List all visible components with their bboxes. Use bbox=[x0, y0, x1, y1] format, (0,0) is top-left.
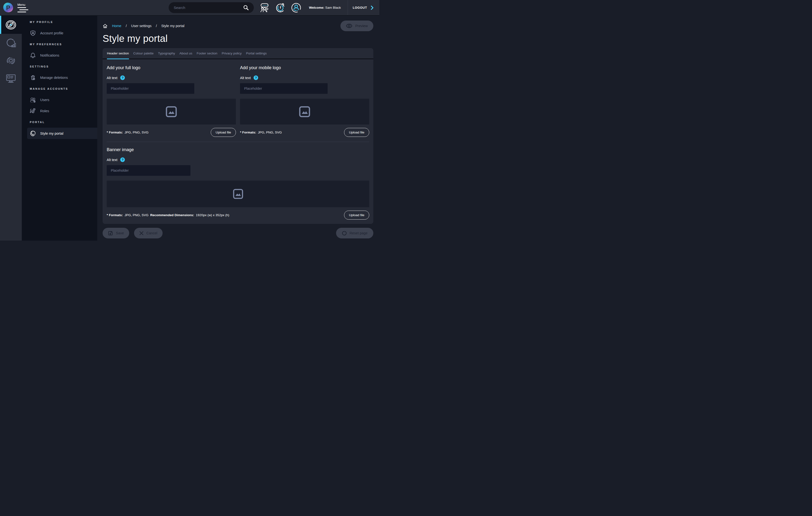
image-placeholder-icon bbox=[233, 189, 243, 199]
search-icon[interactable] bbox=[243, 5, 249, 10]
tab-panel-header-section: Add your full logo Alt text ? bbox=[103, 65, 373, 219]
full-logo-alt-input[interactable] bbox=[107, 83, 194, 94]
full-logo-title: Add your full logo bbox=[107, 65, 236, 70]
breadcrumb: Home / User settings / Style my portal bbox=[103, 24, 184, 29]
tab-about-us[interactable]: About us bbox=[179, 48, 192, 59]
sidebar-header-my-profile: MY PROFILE bbox=[22, 17, 97, 28]
full-logo-dropzone[interactable] bbox=[107, 99, 236, 124]
section-divider bbox=[107, 142, 369, 142]
pie-chart-icon bbox=[5, 37, 17, 48]
help-icon[interactable]: ? bbox=[120, 157, 125, 162]
formats-label: * Formats: bbox=[107, 213, 123, 217]
topbar-divider bbox=[348, 0, 348, 15]
hamburger-icon bbox=[18, 7, 28, 12]
save-label: Save bbox=[116, 231, 124, 235]
sidebar: MY PROFILE Account profile MY PREFERNCES… bbox=[22, 16, 97, 241]
sidebar-item-manage-deletions[interactable]: Manage deletions bbox=[22, 72, 97, 83]
sidebar-header-my-preferences: MY PREFERNCES bbox=[22, 39, 97, 50]
full-logo-section: Add your full logo Alt text ? bbox=[107, 65, 236, 137]
tab-typography[interactable]: Typography bbox=[158, 48, 175, 59]
trash-icon bbox=[30, 74, 36, 81]
rail-item-dashboard[interactable] bbox=[0, 16, 22, 34]
cancel-button[interactable]: Cancel bbox=[134, 228, 163, 238]
sidebar-header-manage-accounts: MANAGE ACCOUNTS bbox=[22, 83, 97, 94]
alt-text-label: Alt text bbox=[240, 76, 251, 80]
chevron-right-icon bbox=[371, 6, 374, 10]
breadcrumb-user-settings[interactable]: User settings bbox=[131, 24, 152, 28]
palette-icon bbox=[30, 130, 36, 136]
shield-user-icon bbox=[30, 30, 36, 36]
sidebar-item-style-my-portal[interactable]: Style my portal bbox=[27, 128, 97, 139]
tab-colour-palette[interactable]: Colour palette bbox=[133, 48, 154, 59]
mobile-logo-upload-button[interactable]: Upload file bbox=[344, 128, 369, 137]
dimensions-label: Recommended Dimensions: bbox=[150, 213, 194, 217]
welcome-text: Welcome: Sam Black bbox=[309, 6, 341, 9]
reset-page-button[interactable]: Reset page bbox=[336, 228, 373, 238]
breadcrumb-separator: / bbox=[156, 24, 157, 28]
image-placeholder-icon bbox=[166, 106, 177, 117]
tab-header-section[interactable]: Header section bbox=[107, 48, 129, 59]
page-title: Style my portal bbox=[103, 33, 373, 44]
reset-icon bbox=[342, 231, 347, 236]
sidebar-item-roles[interactable]: Roles bbox=[22, 105, 97, 117]
sidebar-item-label: Notifications bbox=[40, 54, 59, 57]
app-logo[interactable]: P bbox=[2, 2, 13, 13]
full-logo-upload-button[interactable]: Upload file bbox=[211, 128, 236, 137]
compass-icon bbox=[5, 19, 17, 30]
tab-privacy-policy[interactable]: Privacy policy bbox=[222, 48, 242, 59]
topbar-icon-group bbox=[260, 3, 301, 13]
menu-label: Menu bbox=[18, 3, 28, 6]
menu-toggle[interactable]: Menu bbox=[18, 3, 28, 12]
mobile-logo-alt-input[interactable] bbox=[240, 83, 328, 94]
alt-text-label: Alt text bbox=[107, 76, 117, 80]
banner-upload-button[interactable]: Upload file bbox=[344, 211, 369, 219]
sidebar-header-settings: SETTINGS bbox=[22, 61, 97, 72]
sidebar-item-notifications[interactable]: Notifications bbox=[22, 50, 97, 61]
banner-image-section: Banner image Alt text ? * Formats: bbox=[107, 147, 369, 219]
breadcrumb-row: Home / User settings / Style my portal P… bbox=[103, 21, 373, 31]
timer-icon[interactable] bbox=[276, 3, 286, 13]
breadcrumb-current: Style my portal bbox=[161, 24, 184, 28]
community-icon[interactable] bbox=[260, 3, 270, 13]
preview-label: Preview bbox=[355, 24, 368, 28]
tab-bar: Header section Colour palette Typography… bbox=[103, 48, 373, 59]
rail-item-analytics[interactable] bbox=[0, 34, 22, 52]
user-circle-icon[interactable] bbox=[291, 3, 301, 13]
tab-portal-settings[interactable]: Portal settings bbox=[246, 48, 267, 59]
icon-rail bbox=[0, 16, 22, 241]
cancel-label: Cancel bbox=[146, 231, 157, 235]
main-content: Home / User settings / Style my portal P… bbox=[97, 16, 379, 241]
formats-value: JPG, PNG, SVG bbox=[258, 130, 282, 134]
sidebar-item-users[interactable]: Users bbox=[22, 94, 97, 105]
home-icon[interactable] bbox=[103, 24, 108, 29]
bell-icon bbox=[30, 52, 36, 59]
preview-button[interactable]: Preview bbox=[341, 21, 373, 31]
users-icon bbox=[30, 97, 36, 103]
footer-actions: Save Cancel Reset page bbox=[103, 228, 373, 238]
mobile-logo-title: Add your mobile logo bbox=[240, 65, 369, 70]
image-placeholder-icon bbox=[299, 106, 310, 117]
search-bar bbox=[169, 2, 254, 13]
banner-alt-input[interactable] bbox=[107, 165, 191, 176]
breadcrumb-home[interactable]: Home bbox=[112, 24, 121, 28]
topbar: P Menu bbox=[0, 0, 379, 16]
help-icon[interactable]: ? bbox=[254, 75, 258, 80]
welcome-username: Sam Black bbox=[325, 6, 341, 9]
tab-footer-section[interactable]: Footer section bbox=[197, 48, 218, 59]
sidebar-item-label: Users bbox=[40, 98, 49, 102]
formats-value: JPG, PNG, SVG bbox=[125, 130, 149, 134]
search-input[interactable] bbox=[174, 6, 243, 10]
rail-item-settings[interactable] bbox=[0, 52, 22, 70]
eye-icon bbox=[346, 24, 352, 28]
rail-item-display[interactable] bbox=[0, 70, 22, 88]
help-icon[interactable]: ? bbox=[120, 75, 125, 80]
save-button[interactable]: Save bbox=[103, 228, 129, 238]
sidebar-item-label: Account profile bbox=[40, 31, 63, 35]
gear-sync-icon bbox=[5, 55, 17, 66]
save-icon bbox=[108, 231, 113, 236]
logout-button[interactable]: LOGOUT bbox=[353, 6, 376, 10]
mobile-logo-dropzone[interactable] bbox=[240, 99, 369, 124]
sidebar-item-account-profile[interactable]: Account profile bbox=[22, 28, 97, 39]
reset-label: Reset page bbox=[350, 231, 368, 235]
banner-dropzone[interactable] bbox=[107, 181, 369, 207]
